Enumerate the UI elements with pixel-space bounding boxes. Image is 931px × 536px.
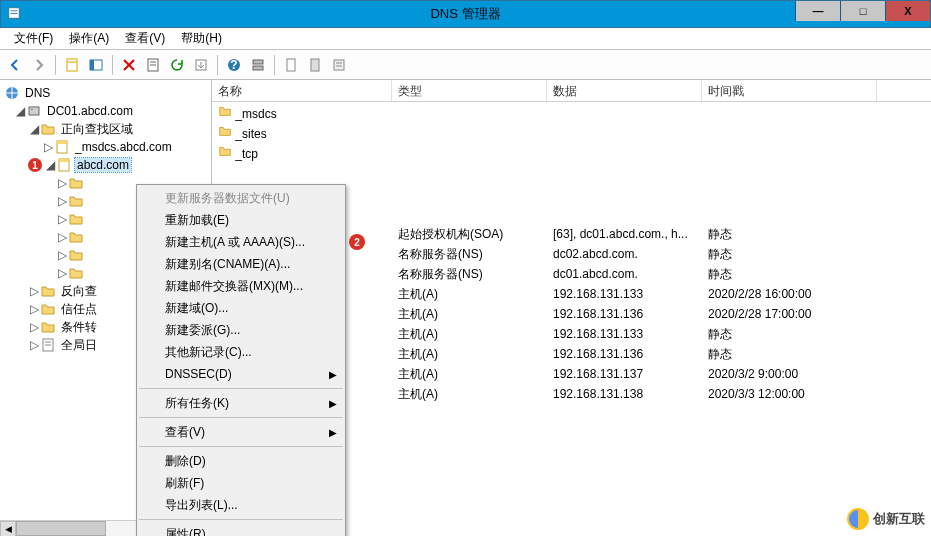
expand-toggle[interactable]: ▷ — [28, 320, 40, 334]
server-icon — [26, 103, 42, 119]
folder-icon — [68, 265, 84, 281]
menu-help[interactable]: 帮助(H) — [173, 28, 230, 49]
watermark-text: 创新互联 — [873, 510, 925, 528]
tree-root[interactable]: DNS — [2, 84, 209, 102]
folder-icon — [40, 301, 56, 317]
ctx-refresh[interactable]: 刷新(F) — [137, 472, 345, 494]
menu-file[interactable]: 文件(F) — [6, 28, 61, 49]
scroll-left-button[interactable]: ◀ — [0, 521, 16, 536]
dns-icon — [4, 85, 20, 101]
expand-toggle[interactable]: ▷ — [28, 302, 40, 316]
title-bar: DNS 管理器 — □ X — [0, 0, 931, 28]
ctx-new-domain[interactable]: 新建域(O)... — [137, 297, 345, 319]
ctx-properties[interactable]: 属性(R) — [137, 523, 345, 536]
filter1-icon[interactable] — [280, 54, 302, 76]
back-button[interactable] — [4, 54, 26, 76]
separator — [139, 388, 343, 389]
ctx-view[interactable]: 查看(V)▶ — [137, 421, 345, 443]
tree-forward-zone[interactable]: ◢ 正向查找区域 — [2, 120, 209, 138]
ctx-new-mx[interactable]: 新建邮件交换器(MX)(M)... — [137, 275, 345, 297]
ctx-dnssec[interactable]: DNSSEC(D)▶ — [137, 363, 345, 385]
pane-icon[interactable] — [85, 54, 107, 76]
svg-rect-13 — [253, 66, 263, 70]
menu-action[interactable]: 操作(A) — [61, 28, 117, 49]
svg-rect-2 — [11, 13, 18, 14]
separator — [139, 446, 343, 447]
expand-toggle[interactable]: ▷ — [28, 338, 40, 352]
ctx-new-alias[interactable]: 新建别名(CNAME)(A)... — [137, 253, 345, 275]
column-type[interactable]: 类型 — [392, 80, 547, 101]
expand-toggle[interactable]: ▷ — [42, 140, 54, 154]
scroll-thumb[interactable] — [16, 521, 106, 536]
ctx-new-host[interactable]: 新建主机(A 或 AAAA)(S)...2 — [137, 231, 345, 253]
list-header: 名称 类型 数据 时间戳 — [212, 80, 931, 102]
separator — [55, 55, 56, 75]
window-buttons: — □ X — [795, 1, 930, 21]
ctx-update: 更新服务器数据文件(U) — [137, 187, 345, 209]
svg-rect-20 — [29, 107, 39, 115]
column-timestamp[interactable]: 时间戳 — [702, 80, 877, 101]
menu-view[interactable]: 查看(V) — [117, 28, 173, 49]
folder-icon — [218, 147, 232, 161]
submenu-arrow-icon: ▶ — [329, 427, 337, 438]
svg-rect-14 — [287, 59, 295, 71]
tree-server[interactable]: ◢ DC01.abcd.com — [2, 102, 209, 120]
list-folder[interactable]: _msdcs — [212, 102, 931, 122]
forward-button[interactable] — [28, 54, 50, 76]
separator — [112, 55, 113, 75]
close-button[interactable]: X — [885, 1, 930, 21]
context-menu: 更新服务器数据文件(U) 重新加载(E) 新建主机(A 或 AAAA)(S)..… — [136, 184, 346, 536]
delete-icon[interactable] — [118, 54, 140, 76]
svg-text:?: ? — [230, 58, 237, 72]
note-icon[interactable] — [61, 54, 83, 76]
tree-zone-abcd[interactable]: 1 ◢ abcd.com — [2, 156, 209, 174]
svg-rect-21 — [31, 109, 33, 110]
refresh-icon[interactable] — [166, 54, 188, 76]
expand-toggle[interactable]: ◢ — [28, 122, 40, 136]
submenu-arrow-icon: ▶ — [329, 398, 337, 409]
expand-toggle[interactable]: ▷ — [28, 284, 40, 298]
folder-icon — [68, 247, 84, 263]
annotation-badge-1: 1 — [28, 158, 42, 172]
folder-icon — [218, 107, 232, 121]
filter2-icon[interactable] — [304, 54, 326, 76]
properties-icon[interactable] — [142, 54, 164, 76]
tree-zone-msdcs[interactable]: ▷ _msdcs.abcd.com — [2, 138, 209, 156]
folder-icon — [68, 175, 84, 191]
minimize-button[interactable]: — — [795, 1, 840, 21]
expand-toggle[interactable]: ◢ — [14, 104, 26, 118]
help-icon[interactable]: ? — [223, 54, 245, 76]
list-folder[interactable]: _sites — [212, 122, 931, 142]
export-icon[interactable] — [190, 54, 212, 76]
ctx-export[interactable]: 导出列表(L)... — [137, 494, 345, 516]
folder-icon — [40, 121, 56, 137]
ctx-reload[interactable]: 重新加载(E) — [137, 209, 345, 231]
ctx-other-records[interactable]: 其他新记录(C)... — [137, 341, 345, 363]
ctx-delete[interactable]: 删除(D) — [137, 450, 345, 472]
ctx-new-delegation[interactable]: 新建委派(G)... — [137, 319, 345, 341]
window-title: DNS 管理器 — [430, 5, 500, 23]
submenu-arrow-icon: ▶ — [329, 369, 337, 380]
menu-bar: 文件(F) 操作(A) 查看(V) 帮助(H) — [0, 28, 931, 50]
svg-rect-23 — [57, 141, 67, 144]
ctx-all-tasks[interactable]: 所有任务(K)▶ — [137, 392, 345, 414]
filter3-icon[interactable] — [328, 54, 350, 76]
watermark: 创新互联 — [847, 508, 925, 530]
folder-icon — [68, 193, 84, 209]
svg-rect-16 — [334, 60, 344, 70]
app-icon — [7, 6, 21, 23]
column-name[interactable]: 名称 — [212, 80, 392, 101]
log-icon — [40, 337, 56, 353]
server-icon[interactable] — [247, 54, 269, 76]
expand-toggle[interactable]: ◢ — [44, 158, 56, 172]
annotation-badge-2: 2 — [349, 234, 365, 250]
folder-icon — [68, 229, 84, 245]
toolbar: ? — [0, 50, 931, 80]
list-folder[interactable]: _tcp — [212, 142, 931, 162]
column-data[interactable]: 数据 — [547, 80, 702, 101]
svg-rect-25 — [59, 159, 69, 162]
svg-rect-5 — [90, 60, 94, 70]
svg-rect-12 — [253, 60, 263, 64]
svg-rect-15 — [311, 59, 319, 71]
maximize-button[interactable]: □ — [840, 1, 885, 21]
